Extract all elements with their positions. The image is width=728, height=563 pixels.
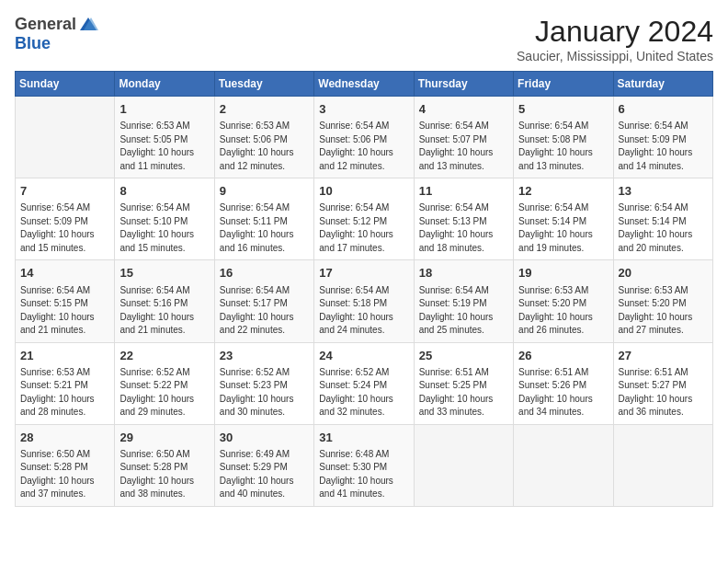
calendar-week-4: 21Sunrise: 6:53 AM Sunset: 5:21 PM Dayli… — [16, 342, 713, 424]
day-header-thursday: Thursday — [414, 72, 513, 97]
calendar-cell: 18Sunrise: 6:54 AM Sunset: 5:19 PM Dayli… — [414, 260, 513, 342]
calendar-week-1: 1Sunrise: 6:53 AM Sunset: 5:05 PM Daylig… — [16, 97, 713, 178]
day-info: Sunrise: 6:52 AM Sunset: 5:23 PM Dayligh… — [220, 366, 309, 419]
calendar-cell: 26Sunrise: 6:51 AM Sunset: 5:26 PM Dayli… — [514, 342, 613, 424]
day-number: 16 — [220, 265, 309, 282]
calendar-cell: 14Sunrise: 6:54 AM Sunset: 5:15 PM Dayli… — [16, 260, 115, 342]
day-info: Sunrise: 6:54 AM Sunset: 5:07 PM Dayligh… — [419, 120, 508, 173]
calendar-cell: 25Sunrise: 6:51 AM Sunset: 5:25 PM Dayli… — [414, 342, 513, 424]
day-number: 30 — [220, 430, 309, 446]
calendar-title: January 2024 — [517, 15, 713, 49]
calendar-cell: 21Sunrise: 6:53 AM Sunset: 5:21 PM Dayli… — [16, 342, 115, 424]
calendar-cell: 11Sunrise: 6:54 AM Sunset: 5:13 PM Dayli… — [414, 178, 513, 260]
day-info: Sunrise: 6:51 AM Sunset: 5:26 PM Dayligh… — [518, 366, 608, 419]
day-info: Sunrise: 6:51 AM Sunset: 5:25 PM Dayligh… — [419, 366, 508, 419]
calendar-cell — [613, 424, 712, 506]
day-info: Sunrise: 6:54 AM Sunset: 5:15 PM Dayligh… — [20, 284, 109, 338]
calendar-cell: 7Sunrise: 6:54 AM Sunset: 5:09 PM Daylig… — [16, 178, 115, 260]
day-number: 13 — [619, 183, 708, 200]
day-info: Sunrise: 6:48 AM Sunset: 5:30 PM Dayligh… — [319, 448, 408, 501]
calendar-cell: 6Sunrise: 6:54 AM Sunset: 5:09 PM Daylig… — [613, 97, 712, 178]
day-number: 9 — [220, 183, 309, 200]
calendar-cell: 24Sunrise: 6:52 AM Sunset: 5:24 PM Dayli… — [314, 342, 414, 424]
day-info: Sunrise: 6:54 AM Sunset: 5:14 PM Dayligh… — [619, 201, 708, 255]
day-number: 17 — [319, 265, 408, 282]
day-header-saturday: Saturday — [613, 72, 712, 97]
day-number: 3 — [319, 101, 408, 118]
day-number: 5 — [518, 101, 608, 118]
day-info: Sunrise: 6:52 AM Sunset: 5:24 PM Dayligh… — [319, 366, 408, 419]
day-number: 15 — [119, 265, 209, 282]
day-info: Sunrise: 6:54 AM Sunset: 5:12 PM Dayligh… — [319, 201, 408, 255]
calendar-cell — [414, 424, 513, 506]
day-info: Sunrise: 6:49 AM Sunset: 5:29 PM Dayligh… — [220, 448, 309, 501]
calendar-cell: 20Sunrise: 6:53 AM Sunset: 5:20 PM Dayli… — [613, 260, 712, 342]
day-number: 29 — [119, 430, 209, 446]
day-header-friday: Friday — [514, 72, 613, 97]
day-number: 4 — [419, 101, 508, 118]
day-info: Sunrise: 6:54 AM Sunset: 5:14 PM Dayligh… — [518, 201, 608, 255]
day-info: Sunrise: 6:54 AM Sunset: 5:17 PM Dayligh… — [220, 284, 309, 338]
day-number: 23 — [220, 348, 309, 364]
logo-general: General — [15, 15, 76, 34]
day-info: Sunrise: 6:54 AM Sunset: 5:10 PM Dayligh… — [119, 201, 209, 255]
logo-blue: Blue — [15, 34, 51, 52]
calendar-cell: 16Sunrise: 6:54 AM Sunset: 5:17 PM Dayli… — [214, 260, 313, 342]
calendar-cell: 10Sunrise: 6:54 AM Sunset: 5:12 PM Dayli… — [314, 178, 414, 260]
logo: General Blue — [15, 15, 100, 53]
day-number: 14 — [20, 265, 109, 282]
calendar-cell: 23Sunrise: 6:52 AM Sunset: 5:23 PM Dayli… — [214, 342, 313, 424]
day-number: 6 — [619, 101, 708, 118]
day-info: Sunrise: 6:54 AM Sunset: 5:11 PM Dayligh… — [220, 201, 309, 255]
calendar-cell: 30Sunrise: 6:49 AM Sunset: 5:29 PM Dayli… — [214, 424, 313, 506]
calendar-cell: 5Sunrise: 6:54 AM Sunset: 5:08 PM Daylig… — [514, 97, 613, 178]
calendar-cell: 3Sunrise: 6:54 AM Sunset: 5:06 PM Daylig… — [314, 97, 414, 178]
day-number: 21 — [20, 348, 109, 364]
day-info: Sunrise: 6:53 AM Sunset: 5:05 PM Dayligh… — [119, 120, 209, 173]
calendar-subtitle: Saucier, Mississippi, United States — [517, 49, 713, 63]
day-info: Sunrise: 6:54 AM Sunset: 5:08 PM Dayligh… — [518, 120, 608, 173]
calendar-week-5: 28Sunrise: 6:50 AM Sunset: 5:28 PM Dayli… — [16, 424, 713, 506]
day-header-monday: Monday — [115, 72, 214, 97]
calendar-cell: 8Sunrise: 6:54 AM Sunset: 5:10 PM Daylig… — [115, 178, 214, 260]
calendar-table: SundayMondayTuesdayWednesdayThursdayFrid… — [15, 71, 713, 507]
day-number: 2 — [220, 101, 309, 118]
day-number: 22 — [119, 348, 209, 364]
day-number: 7 — [20, 183, 109, 200]
day-number: 1 — [119, 101, 209, 118]
calendar-cell: 2Sunrise: 6:53 AM Sunset: 5:06 PM Daylig… — [214, 97, 313, 178]
calendar-cell: 9Sunrise: 6:54 AM Sunset: 5:11 PM Daylig… — [214, 178, 313, 260]
calendar-cell: 22Sunrise: 6:52 AM Sunset: 5:22 PM Dayli… — [115, 342, 214, 424]
calendar-cell: 29Sunrise: 6:50 AM Sunset: 5:28 PM Dayli… — [115, 424, 214, 506]
calendar-cell: 12Sunrise: 6:54 AM Sunset: 5:14 PM Dayli… — [514, 178, 613, 260]
day-number: 8 — [119, 183, 209, 200]
day-info: Sunrise: 6:52 AM Sunset: 5:22 PM Dayligh… — [119, 366, 209, 419]
day-info: Sunrise: 6:53 AM Sunset: 5:06 PM Dayligh… — [220, 120, 309, 173]
day-number: 20 — [619, 265, 708, 282]
day-info: Sunrise: 6:54 AM Sunset: 5:09 PM Dayligh… — [619, 120, 708, 173]
calendar-cell: 4Sunrise: 6:54 AM Sunset: 5:07 PM Daylig… — [414, 97, 513, 178]
calendar-cell: 19Sunrise: 6:53 AM Sunset: 5:20 PM Dayli… — [514, 260, 613, 342]
calendar-cell: 31Sunrise: 6:48 AM Sunset: 5:30 PM Dayli… — [314, 424, 414, 506]
calendar-cell: 27Sunrise: 6:51 AM Sunset: 5:27 PM Dayli… — [613, 342, 712, 424]
day-info: Sunrise: 6:53 AM Sunset: 5:21 PM Dayligh… — [20, 366, 109, 419]
day-info: Sunrise: 6:50 AM Sunset: 5:28 PM Dayligh… — [20, 448, 109, 501]
calendar-cell: 17Sunrise: 6:54 AM Sunset: 5:18 PM Dayli… — [314, 260, 414, 342]
day-info: Sunrise: 6:53 AM Sunset: 5:20 PM Dayligh… — [518, 284, 608, 338]
title-block: January 2024 Saucier, Mississippi, Unite… — [517, 15, 713, 63]
day-info: Sunrise: 6:50 AM Sunset: 5:28 PM Dayligh… — [119, 448, 209, 501]
day-number: 24 — [319, 348, 408, 364]
day-info: Sunrise: 6:54 AM Sunset: 5:06 PM Dayligh… — [319, 120, 408, 173]
day-number: 10 — [319, 183, 408, 200]
day-info: Sunrise: 6:51 AM Sunset: 5:27 PM Dayligh… — [619, 366, 708, 419]
calendar-week-2: 7Sunrise: 6:54 AM Sunset: 5:09 PM Daylig… — [16, 178, 713, 260]
day-number: 11 — [419, 183, 508, 200]
day-header-wednesday: Wednesday — [314, 72, 414, 97]
calendar-week-3: 14Sunrise: 6:54 AM Sunset: 5:15 PM Dayli… — [16, 260, 713, 342]
calendar-header: SundayMondayTuesdayWednesdayThursdayFrid… — [16, 72, 713, 97]
day-info: Sunrise: 6:54 AM Sunset: 5:13 PM Dayligh… — [419, 201, 508, 255]
day-number: 28 — [20, 430, 109, 446]
calendar-cell: 1Sunrise: 6:53 AM Sunset: 5:05 PM Daylig… — [115, 97, 214, 178]
calendar-cell — [16, 97, 115, 178]
day-header-tuesday: Tuesday — [214, 72, 313, 97]
